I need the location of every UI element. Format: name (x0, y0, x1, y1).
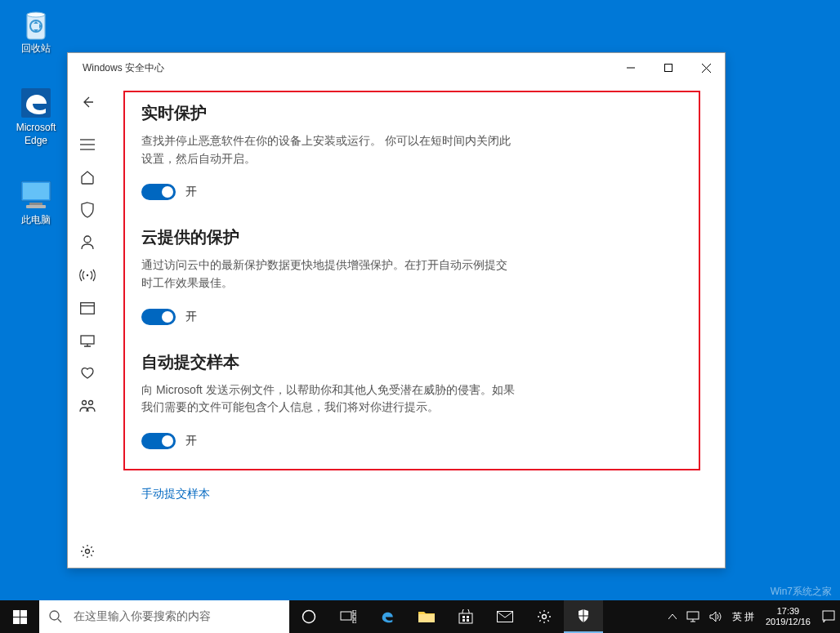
cloud-protection-toggle[interactable] (141, 309, 176, 325)
svg-rect-39 (498, 612, 513, 622)
svg-point-19 (83, 401, 87, 405)
svg-point-14 (84, 236, 91, 243)
manual-submit-link[interactable]: 手动提交样本 (141, 487, 210, 501)
desktop-icon-label: Microsoft Edge (8, 122, 64, 147)
tray-network-icon[interactable] (681, 600, 704, 633)
svg-rect-33 (418, 614, 435, 622)
svg-rect-8 (665, 65, 672, 72)
clock-date: 2019/12/16 (766, 617, 811, 627)
svg-point-21 (86, 550, 90, 554)
section-description: 查找并停止恶意软件在你的设备上安装或运行。 你可以在短时间内关闭此设置，然后自动… (141, 132, 517, 167)
toggle-label: 开 (185, 434, 197, 448)
sidebar (68, 82, 107, 568)
svg-rect-16 (81, 302, 95, 314)
edge-taskbar-icon[interactable] (368, 600, 407, 633)
svg-rect-36 (467, 616, 469, 618)
svg-rect-23 (20, 610, 27, 617)
home-icon[interactable] (68, 161, 107, 194)
section-description: 向 Microsoft 发送示例文件，以帮助你和其他人免受潜在威胁的侵害。如果我… (141, 381, 517, 417)
window-title: Windows 安全中心 (68, 61, 612, 75)
search-icon (49, 610, 62, 623)
toggle-label: 开 (185, 185, 197, 199)
hamburger-menu-icon[interactable] (68, 128, 107, 161)
auto-sample-toggle[interactable] (141, 433, 176, 449)
svg-rect-44 (823, 611, 834, 620)
svg-rect-38 (467, 619, 469, 622)
svg-rect-6 (26, 205, 46, 208)
section-cloud-protection: 云提供的保护 通过访问云中的最新保护数据更快地提供增强保护。在打开自动示例提交时… (141, 226, 682, 324)
svg-rect-35 (462, 616, 465, 618)
mail-taskbar-icon[interactable] (485, 600, 525, 633)
task-view-icon[interactable] (328, 600, 368, 633)
family-icon[interactable] (68, 390, 107, 422)
shield-icon[interactable] (68, 194, 107, 226)
tray-clock[interactable]: 17:39 2019/12/16 (759, 606, 817, 627)
desktop-icon-recycle-bin[interactable]: 回收站 (8, 7, 64, 56)
system-tray: 英 拼 17:39 2019/12/16 (664, 600, 840, 633)
section-auto-sample-submit: 自动提交样本 向 Microsoft 发送示例文件，以帮助你和其他人免受潜在威胁… (141, 351, 682, 449)
highlighted-settings: 实时保护 查找并停止恶意软件在你的设备上安装或运行。 你可以在短时间内关闭此设置… (123, 91, 700, 470)
section-title: 云提供的保护 (141, 226, 682, 248)
start-button[interactable] (0, 600, 39, 633)
explorer-taskbar-icon[interactable] (407, 600, 446, 633)
settings-taskbar-icon[interactable] (525, 600, 564, 633)
account-icon[interactable] (68, 226, 107, 259)
cortana-icon[interactable] (289, 600, 328, 633)
recycle-bin-icon (16, 7, 56, 41)
settings-icon[interactable] (68, 535, 107, 568)
section-description: 通过访问云中的最新保护数据更快地提供增强保护。在打开自动示例提交时工作效果最佳。 (141, 256, 517, 292)
store-taskbar-icon[interactable] (446, 600, 485, 633)
svg-rect-32 (353, 620, 356, 623)
realtime-protection-toggle[interactable] (141, 184, 176, 200)
close-button[interactable] (687, 53, 725, 82)
desktop-icon-label: 此电脑 (8, 214, 64, 227)
svg-point-28 (303, 611, 315, 623)
tray-action-center-icon[interactable] (817, 600, 840, 633)
svg-rect-5 (29, 203, 42, 205)
app-browser-icon[interactable] (68, 292, 107, 324)
taskbar: 在这里输入你要搜索的内容 英 拼 17:39 2019/12/16 (0, 600, 840, 633)
svg-rect-18 (81, 336, 94, 344)
desktop-icon-label: 回收站 (8, 42, 64, 56)
watermark: Win7系统之家 (766, 583, 837, 600)
minimize-button[interactable] (612, 53, 650, 82)
svg-point-20 (89, 401, 93, 405)
edge-icon (16, 86, 56, 120)
svg-rect-34 (459, 613, 472, 623)
svg-point-0 (27, 12, 45, 17)
security-center-window: Windows 安全中心 实时保护 查找并停止恶意软件在你的设备上安 (67, 52, 726, 568)
desktop-icon-this-pc[interactable]: 此电脑 (8, 178, 64, 227)
svg-rect-24 (13, 617, 20, 624)
svg-rect-30 (353, 610, 356, 613)
svg-rect-22 (13, 610, 20, 617)
maximize-button[interactable] (650, 53, 687, 82)
section-title: 自动提交样本 (141, 351, 682, 373)
computer-icon (16, 178, 56, 212)
toggle-label: 开 (185, 310, 197, 324)
heart-icon[interactable] (68, 357, 107, 390)
tray-ime[interactable]: 英 拼 (727, 600, 759, 633)
device-icon[interactable] (68, 324, 107, 357)
svg-point-26 (50, 611, 59, 620)
security-center-taskbar-icon[interactable] (564, 600, 603, 633)
svg-rect-25 (20, 617, 27, 624)
tray-chevron-up-icon[interactable] (664, 600, 681, 633)
tray-volume-icon[interactable] (704, 600, 727, 633)
titlebar: Windows 安全中心 (68, 53, 725, 82)
clock-time: 17:39 (766, 606, 811, 617)
svg-rect-31 (353, 615, 356, 618)
svg-rect-4 (23, 183, 49, 199)
section-title: 实时保护 (141, 102, 682, 124)
content-area: 实时保护 查找并停止恶意软件在你的设备上安装或运行。 你可以在短时间内关闭此设置… (107, 82, 725, 568)
svg-rect-29 (341, 612, 351, 620)
search-placeholder: 在这里输入你要搜索的内容 (74, 609, 211, 624)
svg-line-27 (58, 619, 61, 622)
svg-point-40 (543, 615, 547, 619)
taskbar-search[interactable]: 在这里输入你要搜索的内容 (39, 600, 289, 633)
desktop-icon-edge[interactable]: Microsoft Edge (8, 86, 64, 147)
wifi-icon[interactable] (68, 259, 107, 292)
svg-rect-41 (687, 612, 699, 619)
section-realtime-protection: 实时保护 查找并停止恶意软件在你的设备上安装或运行。 你可以在短时间内关闭此设置… (141, 102, 682, 200)
back-button[interactable] (68, 86, 107, 118)
svg-rect-37 (462, 619, 465, 622)
